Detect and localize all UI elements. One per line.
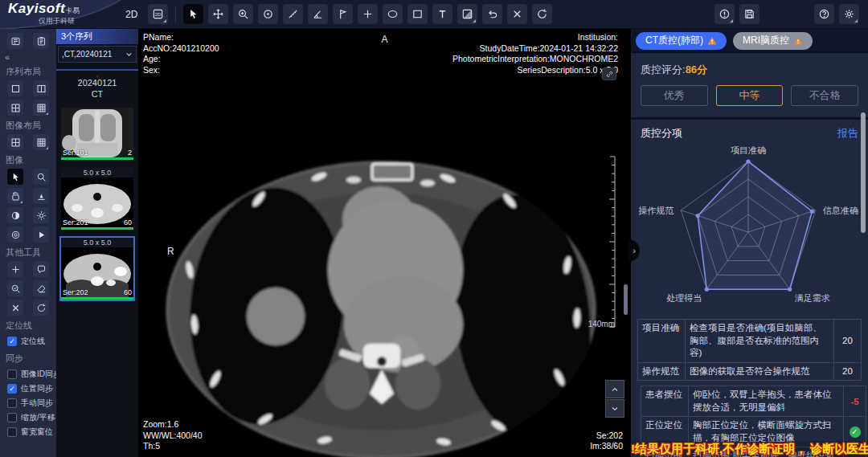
image-layout-grid[interactable] <box>33 134 49 150</box>
flag-tool[interactable] <box>333 4 353 24</box>
qc-tab-MRI脑质控[interactable]: MRI脑质控 <box>733 32 813 50</box>
checkbox-unchecked-icon: ✓ <box>7 413 17 422</box>
checkbox-手动同步[interactable]: ✓手动同步 <box>0 396 56 410</box>
help-button[interactable] <box>814 4 834 24</box>
qc-tab-label: MRI脑质控 <box>743 34 789 47</box>
qc-tab-label: CT质控(肺部) <box>645 34 703 47</box>
image-viewport[interactable]: PName:AccNO:2401210200Age:Sex: Institusi… <box>138 29 631 457</box>
reset-view-tool[interactable] <box>33 300 49 316</box>
qc-score: 质控评分:86分 <box>631 53 868 84</box>
sidebar-checkbox-groups: 定位线✓定位线同步✓图像ID同步✓位置同步✓手动同步✓缩放/平移✓窗宽窗位 <box>0 316 56 439</box>
link-series-button[interactable] <box>602 67 616 80</box>
series-layout-grid[interactable] <box>33 100 49 116</box>
comment-tool[interactable] <box>33 261 49 277</box>
report-toggle[interactable] <box>33 33 49 49</box>
report-icon <box>36 36 47 47</box>
eraser-tool[interactable] <box>33 280 49 296</box>
target-tool[interactable] <box>258 4 278 24</box>
sidebar-collapse-icon[interactable]: « <box>0 51 56 62</box>
checkbox-定位线[interactable]: ✓定位线 <box>0 334 56 349</box>
series-layout-2col[interactable] <box>33 80 49 96</box>
layout9-icon <box>36 103 47 113</box>
info-tool[interactable] <box>714 4 735 24</box>
overlay-line: Institusion: <box>452 32 618 43</box>
circdot-icon <box>10 230 21 240</box>
qc-scrollbar-thumb[interactable] <box>861 112 866 233</box>
overlay-series-position: Se:202Im:38/60 <box>590 430 623 452</box>
delete-tool[interactable] <box>507 4 527 24</box>
crosshair-tool[interactable] <box>358 4 378 24</box>
view-2d-button[interactable]: 2D <box>148 4 168 24</box>
qc-radar-chart: 项目准确信息准确满足需求处理得当操作规范 <box>631 142 868 317</box>
checkbox-位置同步[interactable]: ✓位置同步 <box>0 382 56 396</box>
undo-tool[interactable] <box>482 4 502 24</box>
angle-tool[interactable] <box>308 4 328 24</box>
left-sidebar: « 序列布局图像布局图像其他工具 定位线✓定位线同步✓图像ID同步✓位置同步✓手… <box>0 29 56 457</box>
point-tool[interactable] <box>7 261 23 277</box>
ct-axial-image[interactable] <box>138 29 631 457</box>
stack-scrollbar-thumb[interactable] <box>624 284 628 315</box>
scroll-down-button[interactable] <box>605 399 624 418</box>
checkbox-unchecked-icon: ✓ <box>7 427 17 437</box>
image-target-tool[interactable] <box>7 226 23 243</box>
cursor-icon <box>10 172 21 182</box>
ai-search-tool[interactable] <box>7 280 23 296</box>
save-tool[interactable] <box>739 4 760 24</box>
study-selector[interactable]: ,CT,20240121 <box>58 46 137 63</box>
sidebar-top-tools <box>0 29 56 51</box>
worklist-toggle[interactable] <box>7 33 23 49</box>
checkbox-窗宽窗位[interactable]: ✓窗宽窗位 <box>0 425 56 439</box>
scroll-up-button[interactable] <box>605 380 624 398</box>
series-layout-1[interactable] <box>7 80 23 96</box>
image-brightness-tool[interactable] <box>33 207 49 223</box>
pan-tool[interactable] <box>208 4 228 24</box>
section-label: 同步 <box>0 349 56 367</box>
grade-button-优秀[interactable]: 优秀 <box>641 85 708 106</box>
image-layout-2x2[interactable] <box>7 134 23 150</box>
settings-button[interactable] <box>839 4 859 24</box>
target-icon <box>262 8 274 20</box>
grade-button-不合格[interactable]: 不合格 <box>791 85 858 106</box>
text-tool[interactable] <box>432 4 452 24</box>
layout1-icon <box>10 84 21 94</box>
series-thumbnail-Ser-202[interactable]: 5.0 x 5.0Ser:20260 <box>59 236 135 301</box>
ruler-tool[interactable] <box>283 4 303 24</box>
qc-score-label: 质控评分: <box>641 63 686 75</box>
thumbnail-header: 5.0 x 5.0 <box>61 168 133 177</box>
series-group-peek: , <box>56 71 138 78</box>
criteria-desc: 图像的获取是否符合操作规范 <box>685 363 833 381</box>
plus-icon <box>10 264 21 275</box>
checkbox-unchecked-icon: ✓ <box>7 398 17 408</box>
report-link[interactable]: 报告 <box>837 126 858 141</box>
series-thumbnail-Ser-201[interactable]: 5.0 x 5.0Ser:20160 <box>59 166 135 231</box>
image-cine-play-tool[interactable] <box>33 226 49 243</box>
image-invert-tool[interactable] <box>7 207 23 223</box>
zoom-tool[interactable] <box>233 4 253 24</box>
text-icon <box>436 8 448 20</box>
image-magnify-tool[interactable] <box>33 169 49 185</box>
image-rotate-tool[interactable] <box>7 188 23 204</box>
series-group-modality: CT <box>56 89 138 100</box>
ellipse-tool[interactable] <box>383 4 403 24</box>
series-thumbnail-Ser-101[interactable]: Ser:1012 <box>59 106 135 161</box>
criteria-desc: 检查项目是否准确(项目如脑部、胸部、腹部是否在标准的范围内容) <box>685 320 833 362</box>
reset-tool[interactable] <box>532 4 552 24</box>
penalty-score: -5 <box>850 397 858 406</box>
qc-tab-CT质控(肺部)[interactable]: CT质控(肺部) <box>636 32 727 50</box>
checkbox-缩放/平移[interactable]: ✓缩放/平移 <box>0 410 56 425</box>
image-cursor-tool[interactable] <box>7 169 23 185</box>
clear-tool[interactable] <box>7 300 23 316</box>
cursor-tool[interactable] <box>183 4 203 24</box>
grade-button-中等[interactable]: 中等 <box>716 85 784 106</box>
rect-tool[interactable] <box>407 4 428 24</box>
section-label: 序列布局 <box>0 62 56 80</box>
subcriteria-desc: 仰卧位，双臂上举抱头，患者体位摆放合适，无明显偏斜 <box>688 386 843 416</box>
section-tools-0 <box>0 80 56 116</box>
window-level-tool[interactable] <box>457 4 477 24</box>
series-layout-2x2[interactable] <box>7 100 23 116</box>
scale-ruler <box>596 153 620 330</box>
overlay-line: StudyDateTime:2024-01-21 14:32:22 <box>452 43 618 55</box>
warning-icon <box>707 36 717 46</box>
checkbox-图像ID同步[interactable]: ✓图像ID同步 <box>0 367 56 382</box>
image-flip-tool[interactable] <box>33 188 49 204</box>
